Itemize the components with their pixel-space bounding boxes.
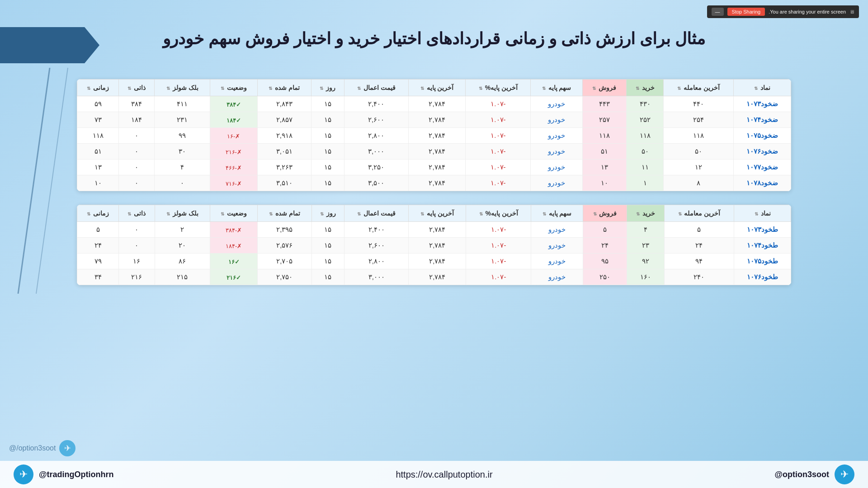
cell-share: خودرو	[531, 112, 582, 128]
cell-last-pct: -۱.۰۷	[466, 253, 531, 269]
cell-last-pct: -۱.۰۷	[466, 222, 531, 238]
footer-left-telegram-icon: ✈	[835, 465, 854, 484]
call-options-table: نماد ⇅ آخرین معامله ⇅ خرید ⇅ فروش ⇅ سهم …	[77, 79, 791, 191]
cell-symbol: طخود۱۰۷۵	[734, 253, 791, 269]
cell-status: ✗-۱۶	[210, 128, 257, 144]
header2-share: سهم پایه ⇅	[531, 205, 583, 222]
header2-last-paya: آخرین پایه ⇅	[409, 205, 466, 222]
header-symbol: نماد ⇅	[733, 80, 791, 96]
header-total: تمام شده ⇅	[257, 80, 311, 96]
header2-last-pct: آخرین پایه% ⇅	[466, 205, 531, 222]
cell-share: خودرو	[531, 222, 583, 238]
table-row: ضخود۱۰۷۸ ۸ ۱ ۱۰ خودرو -۱.۰۷ ۲,۷۸۴ ۳,۵۰۰ …	[77, 175, 791, 191]
table-row: طخود۱۰۷۳ ۵ ۴ ۵ خودرو -۱.۰۷ ۲,۷۸۴ ۲,۴۰۰ ۱…	[77, 222, 791, 238]
cell-day: ۱۵	[311, 222, 344, 238]
footer-right-handle: @tradingOptionhrn	[39, 470, 114, 479]
cell-intrinsic: ۰	[119, 144, 155, 160]
cell-day: ۱۵	[311, 160, 344, 175]
cell-last-paya: ۲,۷۸۴	[408, 96, 466, 112]
table-row: ضخود۱۰۷۵ ۱۱۸ ۱۱۸ ۱۱۸ خودرو -۱.۰۷ ۲,۷۸۴ ۲…	[77, 128, 791, 144]
cell-buy: ۲۵۲	[627, 112, 664, 128]
cell-last-trade: ۲۴	[664, 238, 734, 253]
cell-last-trade: ۵۰	[664, 144, 734, 160]
cell-total: ۲,۷۰۵	[257, 253, 311, 269]
cell-blockschulz: ۰	[155, 175, 210, 191]
table-row: طخود۱۰۷۵ ۹۴ ۹۲ ۹۵ خودرو -۱.۰۷ ۲,۷۸۴ ۲,۸۰…	[77, 253, 791, 269]
header-sell: فروش ⇅	[582, 80, 627, 96]
cell-intrinsic: ۱۸۴	[119, 112, 155, 128]
cell-buy: ۹۲	[627, 253, 664, 269]
cell-last-paya: ۲,۷۸۴	[408, 175, 466, 191]
cell-share: خودرو	[531, 253, 583, 269]
cell-symbol: ضخود۱۰۷۴	[733, 112, 791, 128]
header-intrinsic: ذاتی ⇅	[119, 80, 155, 96]
footer-left-telegram: ✈ @option3soot	[774, 465, 854, 484]
header-time: زمانی ⇅	[77, 80, 119, 96]
cell-share: خودرو	[531, 144, 582, 160]
cell-blockschulz: ۹۹	[155, 128, 210, 144]
cell-blockschulz: ۲۰	[155, 238, 210, 253]
cell-buy: ۴	[627, 222, 664, 238]
cell-price-exercise: ۲,۸۰۰	[344, 253, 409, 269]
cell-sell: ۲۴	[583, 238, 627, 253]
cell-sell: ۲۵۰	[583, 269, 627, 285]
cell-status: ✗-۴۶۶	[210, 160, 257, 175]
table-row: ضخود۱۰۷۶ ۵۰ ۵۰ ۵۱ خودرو -۱.۰۷ ۲,۷۸۴ ۳,۰۰…	[77, 144, 791, 160]
cell-total: ۳,۵۱۰	[257, 175, 311, 191]
cell-buy: ۴۳۰	[627, 96, 664, 112]
cell-sell: ۹۵	[583, 253, 627, 269]
table-row: ضخود۱۰۷۷ ۱۲ ۱۱ ۱۳ خودرو -۱.۰۷ ۲,۷۸۴ ۳,۲۵…	[77, 160, 791, 175]
cell-status: ✗-۲۱۶	[210, 144, 257, 160]
cell-blockschulz: ۸۶	[155, 253, 210, 269]
cell-blockschulz: ۳۰	[155, 144, 210, 160]
stop-sharing-button[interactable]: Stop Sharing	[727, 8, 765, 16]
cell-intrinsic: ۰	[119, 160, 155, 175]
call-options-table-wrapper: نماد ⇅ آخرین معامله ⇅ خرید ⇅ فروش ⇅ سهم …	[77, 79, 791, 191]
cell-symbol: ضخود۱۰۷۶	[733, 144, 791, 160]
header-day: روز ⇅	[311, 80, 344, 96]
cell-intrinsic: ۰	[119, 128, 155, 144]
cell-symbol: طخود۱۰۷۴	[734, 238, 791, 253]
cell-price-exercise: ۲,۶۰۰	[344, 238, 409, 253]
cell-last-pct: -۱.۰۷	[466, 175, 531, 191]
cell-total: ۲,۸۵۷	[257, 112, 311, 128]
cell-sell: ۵۱	[582, 144, 627, 160]
cell-blockschulz: ۲	[155, 222, 210, 238]
header-last-trade: آخرین معامله ⇅	[664, 80, 734, 96]
watermark: ✈ @/option3soot	[9, 440, 75, 456]
header-last-paya: آخرین پایه ⇅	[408, 80, 466, 96]
cell-total: ۲,۹۱۸	[257, 128, 311, 144]
page-title: مثال برای ارزش ذاتی و زمانی قراردادهای ا…	[99, 29, 769, 48]
footer-right-telegram-icon: ✈	[14, 465, 33, 484]
cell-day: ۱۵	[311, 96, 344, 112]
cell-day: ۱۵	[311, 175, 344, 191]
cell-last-trade: ۱۲	[664, 160, 734, 175]
cell-sell: ۱۱۸	[582, 128, 627, 144]
cell-status: ✗-۷۱۶	[210, 175, 257, 191]
cell-time: ۱۰	[77, 175, 119, 191]
minimize-button[interactable]: —	[712, 8, 724, 16]
cell-buy: ۱	[627, 175, 664, 191]
cell-time: ۳۴	[77, 269, 119, 285]
cell-day: ۱۵	[311, 128, 344, 144]
cell-last-trade: ۴۴۰	[664, 96, 734, 112]
cell-time: ۵	[77, 222, 119, 238]
footer-right-telegram: @tradingOptionhrn ✈	[14, 465, 114, 484]
cell-last-pct: -۱.۰۷	[466, 269, 531, 285]
cell-status: ✓۳۸۴	[210, 96, 257, 112]
header-last-pct: آخرین پایه% ⇅	[466, 80, 531, 96]
cell-time: ۷۹	[77, 253, 119, 269]
cell-symbol: طخود۱۰۷۶	[734, 269, 791, 285]
header-status: وضعیت ⇅	[210, 80, 257, 96]
tables-container: نماد ⇅ آخرین معامله ⇅ خرید ⇅ فروش ⇅ سهم …	[77, 79, 791, 299]
header2-price-exercise: قیمت اعمال ⇅	[344, 205, 409, 222]
cell-total: ۲,۵۷۶	[257, 238, 311, 253]
cell-status: ✗-۳۸۴	[210, 222, 258, 238]
cell-price-exercise: ۳,۲۵۰	[344, 160, 408, 175]
cell-last-pct: -۱.۰۷	[466, 112, 531, 128]
cell-share: خودرو	[531, 269, 583, 285]
cell-time: ۵۹	[77, 96, 119, 112]
footer-url: https://ov.callputoption.ir	[396, 469, 492, 480]
cell-last-paya: ۲,۷۸۴	[409, 269, 466, 285]
cell-day: ۱۵	[311, 269, 344, 285]
